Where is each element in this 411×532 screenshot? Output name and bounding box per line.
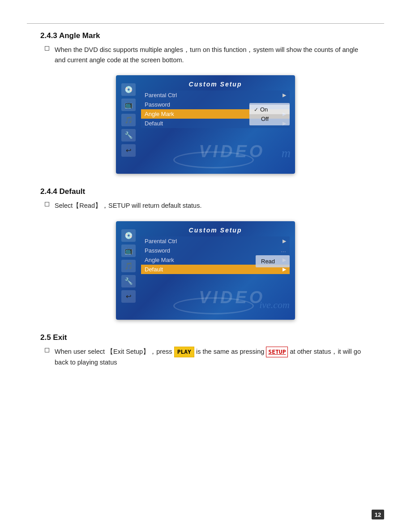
bullet-244: Select【Read】，SETUP will return default s…	[45, 201, 371, 211]
bullet-25-prefix: When user select 【Exit Setup】，press	[55, 348, 174, 355]
bullet-25-middle: is the same as pressing	[196, 348, 266, 355]
section-25-heading: 2.5 Exit	[40, 333, 371, 342]
page-number: 12	[372, 510, 384, 519]
section-25: 2.5 Exit When user select 【Exit Setup】，p…	[40, 333, 371, 368]
setup-key-badge: SETUP	[266, 347, 288, 358]
bullet-square-icon	[45, 46, 49, 51]
screen2-title: Custom Setup	[141, 227, 290, 234]
bullet-25-text: When user select 【Exit Setup】，press PLAY…	[55, 347, 371, 368]
section-244-heading: 2.4.4 Default	[40, 187, 371, 196]
dvd-watermark-2: VIDEO	[199, 288, 265, 307]
icon-settings-2: 🔧	[121, 275, 136, 287]
screen1-title: Custom Setup	[141, 81, 290, 88]
submenu-read-item: Read	[256, 257, 290, 266]
screenshot-1-wrap: 💿 📺 🎵 🔧 ↩ Custom Setup Parental Ctrl ▶	[40, 75, 371, 174]
screenshot-2-wrap: 💿 📺 🎵 🔧 ↩ Custom Setup Parental Ctrl ▶	[40, 221, 371, 320]
play-key-badge: PLAY	[174, 347, 194, 358]
bullet-square-icon-2	[45, 202, 49, 206]
icon-audio-2: 🎵	[121, 260, 136, 272]
submenu-on: ✓ On	[249, 105, 290, 114]
submenu-read: Read	[256, 255, 290, 267]
bullet-square-icon-3	[45, 348, 49, 352]
section-244: 2.4.4 Default Select【Read】，SETUP will re…	[40, 187, 371, 319]
menu-panel-1: Custom Setup Parental Ctrl ▶ Password … …	[141, 81, 290, 128]
dvd-watermark-1: VIDEO	[199, 142, 265, 161]
top-rule	[27, 23, 384, 24]
section-243-heading: 2.4.3 Angle Mark	[40, 31, 371, 40]
dvd-screen-1: 💿 📺 🎵 🔧 ↩ Custom Setup Parental Ctrl ▶	[116, 75, 295, 174]
icon-tv-2: 📺	[121, 245, 136, 257]
icon-disc: 💿	[121, 83, 136, 96]
icon-tv: 📺	[121, 99, 136, 111]
icon-settings: 🔧	[121, 129, 136, 142]
icon-audio: 🎵	[121, 114, 136, 126]
menu-panel-2: Custom Setup Parental Ctrl ▶ Password … …	[141, 227, 290, 274]
section-243: 2.4.3 Angle Mark When the DVD disc suppo…	[40, 31, 371, 174]
icon-back: ↩	[121, 144, 136, 157]
wm-text-1: m	[282, 146, 291, 160]
bullet-243-text: When the DVD disc supports multiple angl…	[55, 45, 371, 65]
submenu-off: Off	[249, 114, 290, 124]
submenu-on-off: ✓ On Off	[249, 103, 290, 125]
menu-row-parental-ctrl-2: Parental Ctrl ▶	[141, 236, 290, 246]
bullet-25: When user select 【Exit Setup】，press PLAY…	[45, 347, 371, 368]
sidebar-icons-1: 💿 📺 🎵 🔧 ↩	[121, 83, 136, 157]
icon-back-2: ↩	[121, 290, 136, 303]
sidebar-icons-2: 💿 📺 🎵 🔧 ↩	[121, 229, 136, 303]
dvd-screen-2: 💿 📺 🎵 🔧 ↩ Custom Setup Parental Ctrl ▶	[116, 221, 295, 320]
bullet-243: When the DVD disc supports multiple angl…	[45, 45, 371, 65]
bullet-244-text: Select【Read】，SETUP will return default s…	[55, 201, 201, 211]
icon-disc-2: 💿	[121, 229, 136, 242]
menu-row-parental-ctrl: Parental Ctrl ▶	[141, 90, 290, 100]
menu-row-password-2: Password …	[141, 246, 290, 255]
